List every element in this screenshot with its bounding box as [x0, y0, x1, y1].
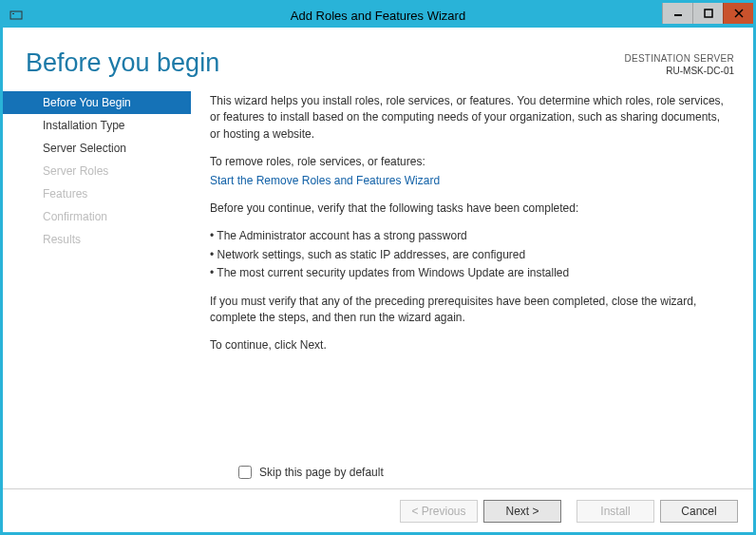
previous-button: < Previous [400, 500, 478, 523]
skip-checkbox[interactable] [238, 466, 252, 479]
sidebar-item-label: Before You Begin [43, 96, 131, 109]
verify-line: Before you continue, verify that the fol… [210, 201, 732, 217]
content-pane: This wizard helps you install roles, rol… [191, 91, 753, 488]
intro-text: This wizard helps you install roles, rol… [210, 93, 732, 143]
sidebar-item-server-selection[interactable]: Server Selection [20, 137, 191, 160]
remove-wizard-link[interactable]: Start the Remove Roles and Features Wiza… [210, 174, 440, 187]
install-button: Install [576, 500, 654, 523]
destination-server-block: DESTINATION SERVER RU-MSK-DC-01 [624, 52, 734, 77]
prereq-list: The Administrator account has a strong p… [210, 228, 732, 281]
titlebar: Add Roles and Features Wizard [3, 3, 753, 28]
page-title: Before you begin [26, 48, 219, 78]
wizard-window: Add Roles and Features Wizard Before you… [0, 0, 756, 535]
list-item: The most current security updates from W… [210, 265, 732, 281]
window-controls [662, 3, 753, 28]
sidebar-item-label: Server Selection [43, 142, 126, 155]
continue-text: To continue, click Next. [210, 337, 732, 353]
body: Before You Begin Installation Type Serve… [3, 78, 753, 488]
sidebar-item-before-you-begin[interactable]: Before You Begin [3, 91, 191, 114]
sidebar-item-label: Server Roles [43, 164, 108, 178]
maximize-button[interactable] [692, 3, 723, 24]
sidebar-item-server-roles: Server Roles [20, 160, 191, 182]
svg-rect-1 [12, 13, 14, 14]
svg-rect-0 [10, 11, 22, 19]
close-wizard-text: If you must verify that any of the prece… [210, 294, 732, 327]
footer: < Previous Next > Install Cancel [3, 488, 753, 532]
window-title: Add Roles and Features Wizard [3, 9, 753, 23]
minimize-button[interactable] [662, 3, 692, 24]
list-item: The Administrator account has a strong p… [210, 228, 732, 244]
sidebar-item-label: Features [43, 187, 87, 201]
sidebar-item-label: Results [43, 233, 81, 246]
sidebar: Before You Begin Installation Type Serve… [3, 91, 191, 488]
sidebar-item-label: Confirmation [43, 210, 107, 223]
sidebar-item-label: Installation Type [43, 119, 125, 132]
list-item: Network settings, such as static IP addr… [210, 247, 732, 263]
cancel-button[interactable]: Cancel [660, 500, 738, 523]
destination-label: DESTINATION SERVER [624, 52, 734, 65]
destination-name: RU-MSK-DC-01 [624, 65, 734, 77]
skip-label: Skip this page by default [259, 465, 384, 481]
sidebar-item-installation-type[interactable]: Installation Type [20, 114, 191, 137]
header: Before you begin DESTINATION SERVER RU-M… [3, 28, 753, 78]
close-button[interactable] [723, 3, 753, 24]
server-manager-icon [9, 8, 24, 23]
next-button[interactable]: Next > [483, 500, 561, 523]
svg-rect-3 [705, 10, 712, 17]
sidebar-item-results: Results [20, 228, 191, 251]
sidebar-item-features: Features [20, 182, 191, 205]
sidebar-item-confirmation: Confirmation [20, 205, 191, 228]
remove-line: To remove roles, role services, or featu… [210, 154, 732, 170]
skip-checkbox-row[interactable]: Skip this page by default [238, 465, 384, 481]
